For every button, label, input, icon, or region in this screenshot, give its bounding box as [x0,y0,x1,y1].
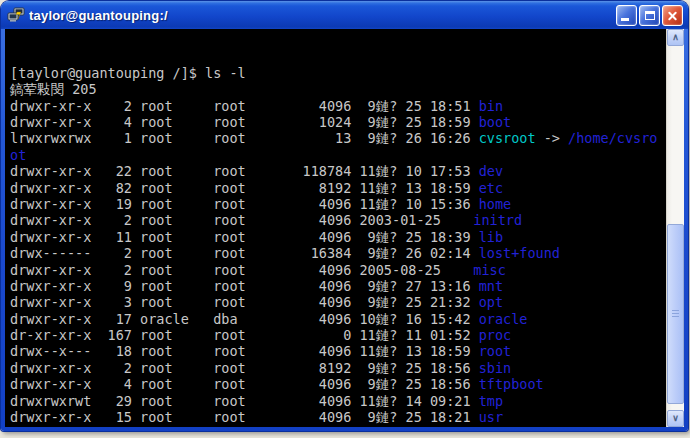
file-name: opt [479,294,503,310]
terminal-lines: [taylor@guantouping /]$ ls -l鎬荤敤閔 205drw… [10,65,666,427]
file-name: mnt [479,278,503,294]
terminal-line: dr-xr-xr-x 167 root root 0 11鏈? 11 01:52… [10,327,666,343]
terminal-line: drwxr-xr-x 2 root root 4096 2003-01-25 i… [10,212,666,228]
file-name: tmp [479,393,503,409]
file-name: sbin [479,360,512,376]
terminal-line: ot [10,147,666,163]
terminal-line: drwxr-xr-x 4 root root 4096 9鏈? 25 18:56… [10,376,666,392]
file-name: etc [479,180,503,196]
terminal-line: drwxr-xr-x 2 root root 4096 9鏈? 25 18:51… [10,98,666,114]
scroll-track[interactable] [667,46,684,410]
terminal-line: drwxr-xr-x 2 root root 4096 2005-08-25 m… [10,262,666,278]
chevron-up-icon: ∧ [672,33,679,42]
file-name: tftpboot [479,376,544,392]
terminal-line: drwxr-xr-x 17 oracle dba 4096 10鏈? 16 15… [10,311,666,327]
terminal-line: [taylor@guantouping /]$ ls -l [10,65,666,81]
file-name: bin [479,98,503,114]
terminal-line: drwxrwxrwt 29 root root 4096 11鏈? 14 09:… [10,393,666,409]
window-titlebar[interactable]: taylor@guantouping:/ [1,1,688,29]
file-name: misc [473,262,506,278]
terminal-line: drwxr-xr-x 22 root root 118784 11鏈? 10 1… [10,163,666,179]
terminal-line: drwxr-xr-x 3 root root 4096 9鏈? 25 21:32… [10,294,666,310]
putty-terminal-icon[interactable] [7,7,25,23]
close-button[interactable] [662,5,683,26]
file-name: root [479,343,512,359]
file-name: lib [479,229,503,245]
maximize-icon [645,11,655,20]
terminal-line: drwxr-xr-x 11 root root 4096 9鏈? 25 18:3… [10,229,666,245]
terminal-line: drwxr-xr-x 9 root root 4096 9鏈? 27 13:16… [10,278,666,294]
terminal-line: drwxr-xr-x 2 root root 8192 9鏈? 25 18:56… [10,360,666,376]
window-title: taylor@guantouping:/ [29,8,616,23]
file-name: /home/cvsro [568,130,657,146]
terminal-line: drwxr-xr-x 15 root root 4096 9鏈? 25 18:2… [10,409,666,425]
file-name: usr [479,409,503,425]
file-name: initrd [473,212,522,228]
terminal-screen[interactable]: [taylor@guantouping /]$ ls -l鎬荤敤閔 205drw… [5,29,666,427]
chevron-down-icon: ∨ [672,414,679,423]
terminal-line: drwxr-xr-x 82 root root 8192 11鏈? 13 18:… [10,180,666,196]
terminal-line: 鎬荤敤閔 205 [10,81,666,97]
window-content: [taylor@guantouping /]$ ls -l鎬荤敤閔 205drw… [5,29,684,427]
minimize-icon [621,18,629,21]
minimize-button[interactable] [616,5,637,26]
terminal-line: drwxr-xr-x 19 root root 4096 11鏈? 10 15:… [10,196,666,212]
file-name: proc [479,327,512,343]
file-name: home [479,196,512,212]
maximize-button[interactable] [639,5,660,26]
terminal-line: drwxr-xr-x 25 root root 4096 9鏈? 25 18:5… [10,425,666,427]
terminal-line: drwx--x--- 18 root root 4096 11鏈? 13 18:… [10,343,666,359]
file-name: oracle [479,311,528,327]
scroll-up-button[interactable]: ∧ [667,29,684,46]
file-name: cvsroot [479,130,536,146]
window-controls [616,5,683,26]
scroll-down-button[interactable]: ∨ [667,410,684,427]
file-name: dev [479,163,503,179]
terminal-window: taylor@guantouping:/ [taylor@guantouping… [1,1,688,431]
terminal-line: lrwxrwxrwx 1 root root 13 9鏈? 26 16:26 c… [10,130,666,146]
scroll-thumb[interactable] [667,224,684,404]
terminal-line: drwxr-xr-x 4 root root 1024 9鏈? 25 18:59… [10,114,666,130]
terminal-line: drwx------ 2 root root 16384 9鏈? 26 02:1… [10,245,666,261]
file-name: lost+found [479,245,560,261]
file-name: ot [10,147,26,163]
file-name: boot [479,114,512,130]
thumb-grip-icon [672,310,679,319]
vertical-scrollbar: ∧ ∨ [666,29,684,427]
file-name: var [479,425,503,427]
